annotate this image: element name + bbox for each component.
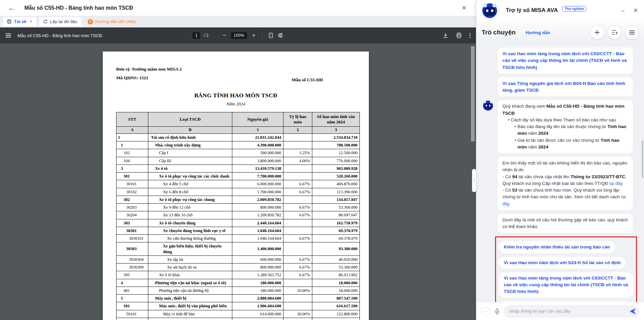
more-options-button[interactable]: … — [481, 307, 490, 316]
pdf-preview-window: ← Mẫu số C55-HD - Bảng tính hao mòn TSCĐ… — [0, 0, 476, 320]
comparison-guide-button[interactable]: ? Hướng dẫn đối chiếu — [84, 17, 140, 26]
zoom-in-button[interactable]: + — [251, 32, 257, 39]
table-row: 4Phương tiện vận tải khác (ngoài xe ô tô… — [116, 279, 360, 287]
screen: ← Mẫu số C55-HD - Bảng tính hao mòn TSCĐ… — [0, 0, 644, 320]
depreciation-table: STT Loại TSCĐ Nguyên giá Tỷ lệ hao mòn S… — [116, 112, 360, 320]
col-so-hao-mon: Số hao mòn tính vào năm 2024 — [312, 112, 360, 127]
suggested-question-chip[interactable]: Vì sao Hao mòn năm lệch với S24-H Sổ tài… — [499, 257, 626, 269]
download-label: Tải về — [14, 19, 26, 24]
table-row: 30102Xe 6 đến 8 chỗ1.700.000.0006.67%113… — [116, 188, 360, 196]
table-row: 30203Xe 9 đến 12 chỗ800.000.0006.67%53.3… — [116, 204, 360, 211]
microphone-icon[interactable] — [494, 308, 500, 315]
send-icon[interactable] — [629, 308, 636, 315]
table-row: 303Xe ô tô chuyên dùng2.440.164.604162.7… — [116, 219, 360, 227]
table-row: 5Máy móc, thiết bị2.880.084.600807.547.5… — [116, 295, 360, 302]
prompt-library-button[interactable] — [608, 26, 621, 39]
question-message: Vì sao Tổng nguyên giá lệch với B04-H Bá… — [498, 77, 633, 97]
page-number-input[interactable]: 1 — [192, 32, 200, 39]
table-subheader-row: A B 1 2 3 — [116, 127, 360, 134]
question-message: Vì sao Hao mòn tăng trong năm lệch với C… — [498, 47, 633, 74]
panel-resize-handle[interactable]: ‖ — [472, 169, 476, 192]
assistant-logo — [482, 3, 497, 18]
chat-messages: Vì sao Hao mòn tăng trong năm lệch với C… — [476, 44, 644, 302]
assistant-message: Em tìm thấy một số tài sản không hiển th… — [498, 157, 633, 210]
zoom-level[interactable]: 100% — [231, 32, 247, 39]
minimize-icon[interactable]: – — [621, 8, 624, 13]
tab-chat[interactable]: Trò chuyện — [482, 29, 515, 36]
table-row: 30101Xe 4 đến 5 chỗ6.000.000.0006.67%406… — [116, 180, 360, 188]
assistant-tabbar: Trò chuyện Hướng dẫn — [476, 21, 644, 44]
menu-icon[interactable] — [5, 33, 11, 38]
download-button[interactable]: Tải về ▼ — [3, 17, 36, 26]
document-subtitle: Năm 2024 — [103, 101, 369, 107]
refresh-icon — [43, 19, 48, 24]
back-arrow-icon[interactable]: ← — [8, 4, 15, 11]
fit-page-icon[interactable] — [268, 32, 274, 38]
table-row: 401Phương tiện vận tải đường bộ180.000.0… — [116, 287, 360, 294]
asset-table-body: ITài sản cố định hữu hình21.031.242.0442… — [116, 133, 360, 320]
message-row: Vì sao Tổng nguyên giá lệch với B04-H Bá… — [482, 77, 639, 97]
close-icon[interactable]: ✕ — [462, 4, 467, 12]
chat-assistant-panel: Trợ lý số MISA AVA Thử nghiệm – ✕ Trò ch… — [476, 0, 644, 320]
message-row: Dưới đây là một số câu hỏi thường gặp về… — [482, 214, 639, 233]
document-title: BẢNG TÍNH HAO MÒN TSCĐ — [103, 92, 369, 99]
table-row: 302Xe ô tô phục vụ công tác chung2.009.8… — [116, 196, 360, 203]
suggested-question-chip[interactable]: Vì sao Hao mòn tăng trong năm lệch với C… — [499, 272, 633, 298]
toolbar-divider — [262, 32, 262, 39]
more-vertical-icon[interactable] — [469, 32, 471, 38]
guide-label: Hướng dẫn đối chiếu — [95, 19, 136, 24]
page-total: / 2 — [204, 33, 209, 38]
assistant-title: Trợ lý số MISA AVA — [506, 7, 558, 14]
message-row: Quý khách đang xem Mẫu số C55-HD - Bảng … — [482, 100, 639, 153]
document-form-number: Mẫu số C55-HD — [292, 77, 323, 83]
window-titlebar: ← Mẫu số C55-HD - Bảng tính hao mòn TSCĐ… — [0, 0, 476, 16]
question-circle-icon: ? — [88, 19, 93, 24]
beta-badge: Thử nghiệm — [562, 6, 587, 12]
message-input[interactable] — [509, 309, 629, 314]
refresh-data-button[interactable]: Lấy lại dữ liệu — [39, 17, 81, 26]
assistant-header: Trợ lý số MISA AVA Thử nghiệm – ✕ — [476, 0, 644, 21]
col-stt: STT — [116, 112, 148, 127]
new-chat-button[interactable] — [590, 26, 604, 39]
table-row: 104Cấp III3.800.000.0004.00%776.000.000 — [116, 157, 360, 165]
rotate-icon[interactable] — [277, 32, 284, 38]
panel-close-icon[interactable]: ✕ — [633, 8, 638, 13]
pdf-viewer-toolbar: Mẫu số C55-HD - Bảng tính hao mòn TSCĐ 1… — [0, 27, 476, 43]
document-unit: Đơn vị: Trường mầm non MISA 2 — [116, 65, 182, 74]
table-row: 305Xe ô tô khác1.289.563.7526.67%86.013.… — [116, 271, 360, 279]
assistant-message: Dưới đây là một số câu hỏi thường gặp về… — [498, 214, 633, 233]
assistant-message: Quý khách đang xem Mẫu số C55-HD - Bảng … — [498, 100, 633, 153]
chevron-down-icon: ▼ — [30, 20, 32, 23]
message-row: Vì sao Hao mòn tăng trong năm lệch với C… — [482, 47, 639, 74]
report-toolbar: Tải về ▼ Lấy lại dữ liệu ? Hướng dẫn đối… — [0, 16, 476, 27]
table-row: 30303Xe gắn biển hiệu, thiết bị chuyên d… — [116, 242, 360, 256]
suggestions-box: Kiểm tra nguyên nhân thiếu tài sản trong… — [495, 236, 637, 302]
download-icon[interactable] — [442, 32, 449, 38]
table-row: 30301Xe chuyên dùng trong lĩnh vực y tế1… — [116, 227, 360, 234]
print-icon[interactable] — [456, 32, 462, 38]
suggested-question-chip[interactable]: Kiểm tra nguyên nhân thiếu tài sản trong… — [499, 241, 615, 253]
table-row: 3030309Xe sát hạch lái xe800.000.0006.67… — [116, 263, 360, 271]
table-row: 1Nhà, công trình xây dựng4.390.000.00078… — [116, 141, 360, 149]
table-row: 301Xe ô tô phục vụ công tác các chức dan… — [116, 173, 360, 180]
chat-input-bar: … — [476, 302, 644, 320]
chat-menu-button[interactable] — [625, 26, 639, 39]
pdf-scrollbar[interactable] — [471, 46, 475, 141]
window-title: Mẫu số C55-HD - Bảng tính hao mòn TSCĐ — [24, 5, 133, 11]
table-row: 30204Xe 13 đến 16 chỗ1.209.850.7826.67%8… — [116, 211, 360, 219]
table-row: 50101Máy vi tính để bàn614.000.00020.00%… — [116, 310, 360, 318]
table-row: 3030101Xe cứu thương thông thường1.040.1… — [116, 235, 360, 242]
table-row: 102Cấp I590.000.0001.25%12.500.000 — [116, 149, 360, 157]
assistant-avatar — [483, 101, 493, 111]
printer-icon — [7, 19, 12, 24]
inline-link[interactable]: tại đây — [609, 181, 623, 186]
col-loai-tscd: Loại TSCĐ — [148, 112, 232, 127]
tab-guide[interactable]: Hướng dẫn — [526, 30, 550, 35]
refresh-label: Lấy lại dữ liệu — [50, 19, 77, 24]
table-header-row: STT Loại TSCĐ Nguyên giá Tỷ lệ hao mòn S… — [116, 112, 360, 127]
chat-scrollbar[interactable] — [642, 140, 643, 178]
table-row: 501Máy móc, thiết bị văn phòng phổ biến1… — [116, 302, 360, 310]
table-row: 50102Máy vi tính xách tay (hoặc thiết bị… — [116, 318, 360, 320]
message-input-wrapper — [504, 305, 639, 318]
zoom-out-button[interactable]: − — [221, 32, 227, 39]
